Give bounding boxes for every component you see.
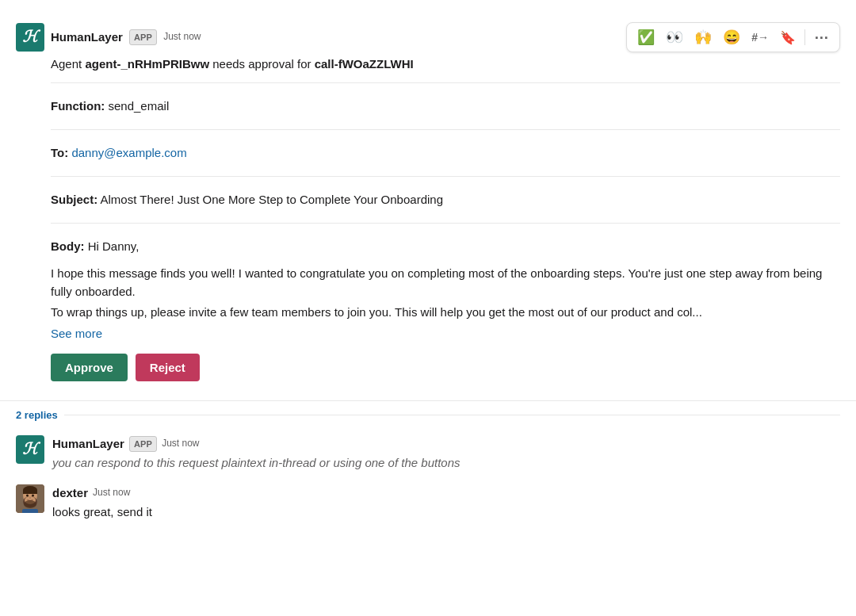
function-row: Function: send_email xyxy=(51,91,840,121)
title-text: Agent xyxy=(51,57,85,71)
divider-1 xyxy=(51,82,840,83)
replies-count: 2 replies xyxy=(0,401,856,429)
reject-button[interactable]: Reject xyxy=(136,354,200,381)
timestamp: Just now xyxy=(163,30,201,44)
eyes-button[interactable]: 👀 xyxy=(662,26,687,48)
checkmark-button[interactable]: ✅ xyxy=(633,26,659,48)
svg-rect-10 xyxy=(22,509,38,513)
reply-timestamp-2: Just now xyxy=(93,486,130,500)
reply-item-2: dexter Just now looks great, send it xyxy=(0,478,856,527)
message-title: Agent agent-_nRHmPRIBww needs approval f… xyxy=(51,55,840,73)
avatar-logo-letter: ℋ xyxy=(22,25,38,48)
reply-sender-2: dexter xyxy=(52,484,88,502)
app-badge: APP xyxy=(129,29,157,45)
message-header: ℋ HumanLayer APP Just now ✅ 👀 🙌 😄 xyxy=(16,22,840,52)
to-row: To: danny@example.com xyxy=(51,138,840,168)
function-value: send_email xyxy=(109,99,170,113)
more-options-button[interactable]: ⋯ xyxy=(810,26,833,48)
svg-rect-9 xyxy=(23,490,37,494)
replies-count-text: 2 replies xyxy=(16,407,58,423)
thread-icon: #→ xyxy=(751,31,769,44)
reply-header-2: dexter Just now xyxy=(52,484,840,502)
reply-avatar-logo-letter: ℋ xyxy=(22,438,38,461)
action-buttons: Approve Reject xyxy=(51,354,840,381)
function-label: Function: xyxy=(51,99,105,113)
avatar-humanlayer: ℋ xyxy=(16,23,44,52)
body-label: Body: xyxy=(51,239,85,253)
reply-item-1: ℋ HumanLayer APP Just now you can respon… xyxy=(0,429,856,478)
page-container: ℋ HumanLayer APP Just now ✅ 👀 🙌 😄 xyxy=(0,0,856,616)
message-header-left: ℋ HumanLayer APP Just now xyxy=(16,23,201,52)
reply-header-1: HumanLayer APP Just now xyxy=(52,435,840,453)
reply-text-2: looks great, send it xyxy=(52,505,152,518)
reaction-icon: 😄 xyxy=(723,29,740,46)
svg-point-6 xyxy=(29,497,31,499)
to-label: To: xyxy=(51,146,68,159)
eyes-icon: 👀 xyxy=(666,29,683,46)
call-id: call-fWOaZZLWHI xyxy=(315,57,414,71)
body-row: Body: Hi Danny, xyxy=(51,231,840,262)
svg-point-7 xyxy=(24,500,36,508)
reply-timestamp-1: Just now xyxy=(162,437,199,451)
body-greeting: Hi Danny, xyxy=(88,239,139,253)
replies-section: 2 replies ℋ HumanLayer APP Just now you … xyxy=(0,400,856,527)
bookmark-icon: 🔖 xyxy=(780,30,796,45)
message-content: Agent agent-_nRHmPRIBww needs approval f… xyxy=(51,55,840,381)
divider-4 xyxy=(51,223,840,224)
reply-avatar-humanlayer: ℋ xyxy=(16,435,44,464)
body-para2: To wrap things up, please invite a few t… xyxy=(51,304,840,322)
reply-sender-1: HumanLayer xyxy=(52,435,124,453)
dexter-avatar-svg xyxy=(16,484,44,513)
message-toolbar: ✅ 👀 🙌 😄 #→ 🔖 ⋯ xyxy=(626,22,840,52)
agent-name: agent-_nRHmPRIBww xyxy=(85,57,209,71)
celebration-icon: 🙌 xyxy=(694,29,712,46)
svg-point-4 xyxy=(26,494,29,496)
toolbar-divider xyxy=(804,29,805,45)
celebration-button[interactable]: 🙌 xyxy=(690,26,716,48)
divider-2 xyxy=(51,129,840,130)
main-message: ℋ HumanLayer APP Just now ✅ 👀 🙌 😄 xyxy=(0,13,856,394)
see-more-link[interactable]: See more xyxy=(51,325,102,342)
reply-avatar-dexter xyxy=(16,484,44,513)
reaction-button[interactable]: 😄 xyxy=(719,26,744,48)
subject-row: Subject: Almost There! Just One More Ste… xyxy=(51,185,840,215)
checkmark-icon: ✅ xyxy=(637,29,655,46)
subject-label: Subject: xyxy=(51,193,97,206)
title-mid: needs approval for xyxy=(209,57,315,71)
more-icon: ⋯ xyxy=(814,29,829,46)
reply-app-badge-1: APP xyxy=(129,436,157,452)
sender-name: HumanLayer xyxy=(51,29,123,46)
reply-content-2: dexter Just now looks great, send it xyxy=(52,484,840,521)
approve-button[interactable]: Approve xyxy=(51,354,128,381)
body-para1: I hope this message finds you well! I wa… xyxy=(51,265,840,300)
to-value[interactable]: danny@example.com xyxy=(71,146,186,159)
reply-content-1: HumanLayer APP Just now you can respond … xyxy=(52,435,840,472)
bookmark-button[interactable]: 🔖 xyxy=(776,28,800,48)
svg-point-5 xyxy=(32,494,34,496)
subject-value: Almost There! Just One More Step to Comp… xyxy=(101,193,443,206)
divider-3 xyxy=(51,176,840,177)
reply-text-1: you can respond to this request plaintex… xyxy=(52,456,460,469)
thread-button[interactable]: #→ xyxy=(747,29,773,46)
